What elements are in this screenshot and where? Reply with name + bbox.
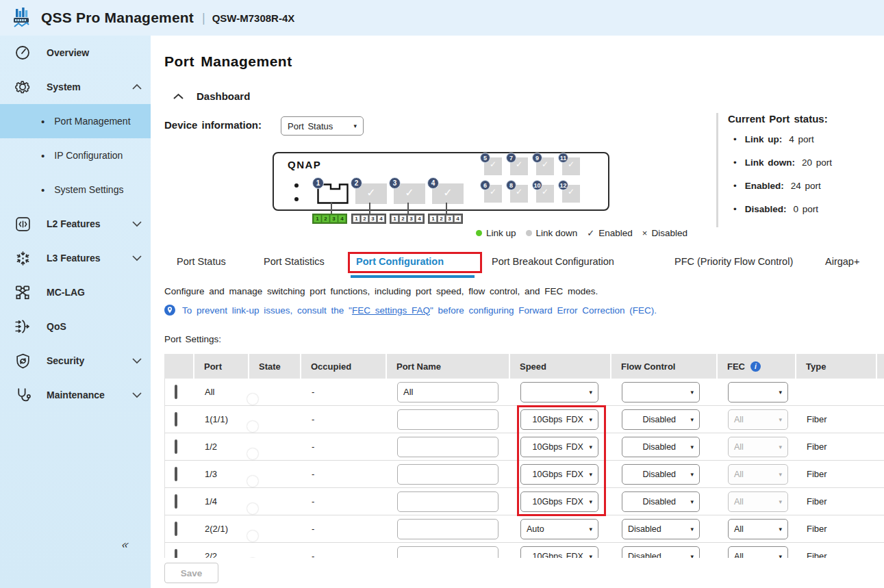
- sidebar-item-qos[interactable]: QoS: [0, 309, 151, 344]
- header-speed: Speed: [510, 354, 611, 379]
- sidebar-item-mc-lag[interactable]: MC-LAG: [0, 275, 151, 309]
- fec-select: All▾: [728, 491, 788, 512]
- gauge-icon: [14, 44, 31, 62]
- port-7[interactable]: ✓7: [510, 157, 528, 175]
- row-checkbox[interactable]: [175, 549, 177, 559]
- status-disabled: •Disabled:0 port: [733, 204, 881, 214]
- check-icon: ✓: [587, 228, 594, 238]
- fec-select[interactable]: All▾: [728, 546, 788, 559]
- port-5[interactable]: ✓5: [484, 157, 502, 175]
- flow-control-select[interactable]: Disabled▾: [622, 464, 700, 485]
- sidebar-item-maintenance[interactable]: Maintenance: [0, 378, 151, 412]
- fec-settings-faq-link[interactable]: FEC settings FAQ: [352, 305, 430, 316]
- flow-control-select[interactable]: Disabled▾: [622, 491, 700, 512]
- fec-select[interactable]: All▾: [728, 519, 788, 539]
- port-2[interactable]: ✓ 2: [355, 183, 387, 204]
- dashboard-section-toggle[interactable]: Dashboard: [173, 90, 250, 102]
- breakout-connector: [407, 203, 409, 214]
- occupied-cell: -: [302, 387, 388, 397]
- speed-select[interactable]: 10Gbps FDX▾: [520, 546, 598, 559]
- qss-logo-icon: [10, 6, 33, 29]
- enabled-check-icon: ✓: [394, 186, 425, 199]
- port-number-badge: 6: [480, 180, 490, 190]
- port-10[interactable]: ✓10: [536, 185, 554, 203]
- table-row-1-3: 1/3 - 10Gbps FDX▾ Disabled▾ All▾ Fiber: [164, 461, 884, 488]
- speed-select[interactable]: Auto▾: [520, 519, 598, 539]
- port-number-badge: 11: [558, 153, 568, 163]
- row-checkbox[interactable]: [175, 467, 177, 481]
- sidebar-item-overview[interactable]: Overview: [0, 36, 151, 70]
- speed-select[interactable]: ▾: [520, 382, 598, 402]
- chevron-up-icon: [131, 84, 142, 90]
- tab-port-status[interactable]: Port Status: [177, 256, 226, 267]
- port-cell: 2/2: [195, 551, 250, 558]
- sidebar-item-security[interactable]: Security: [0, 344, 151, 378]
- type-cell: Fiber: [797, 469, 878, 479]
- gear-icon: [14, 78, 31, 96]
- fec-info-icon[interactable]: i: [750, 361, 761, 372]
- sidebar-item-system-settings[interactable]: • System Settings: [0, 172, 151, 207]
- link-up-dot-icon: [476, 230, 482, 236]
- port-1[interactable]: 1: [317, 183, 349, 204]
- row-checkbox[interactable]: [175, 412, 177, 426]
- row-checkbox[interactable]: [175, 494, 177, 509]
- row-checkbox[interactable]: [175, 439, 177, 454]
- sidebar-item-ip-configuration[interactable]: • IP Configuration: [0, 138, 151, 172]
- flow-control-select[interactable]: Disabled▾: [622, 437, 700, 457]
- port-4[interactable]: ✓ 4: [432, 183, 464, 204]
- port-name-input[interactable]: [397, 382, 498, 402]
- row-checkbox[interactable]: [175, 522, 177, 536]
- note-text: To prevent link-up issues, consult the "…: [182, 305, 657, 316]
- tab-pfc[interactable]: PFC (Priority Flow Control): [674, 256, 793, 267]
- flow-control-select[interactable]: Disabled▾: [622, 546, 700, 559]
- speed-select[interactable]: 10Gbps FDX▾: [520, 437, 598, 457]
- port-9[interactable]: ✓9: [536, 157, 554, 175]
- status-panel-title: Current Port status:: [728, 113, 881, 125]
- main-content: Port Management Dashboard Device informa…: [151, 36, 884, 588]
- speed-select[interactable]: 10Gbps FDX▾: [520, 409, 598, 430]
- port-name-input[interactable]: [397, 437, 498, 457]
- led-dot: [294, 197, 299, 201]
- port-8[interactable]: ✓8: [510, 185, 528, 203]
- fec-select[interactable]: ▾: [728, 382, 788, 402]
- row-checkbox[interactable]: [175, 385, 177, 399]
- port-6[interactable]: ✓6: [484, 185, 502, 203]
- sidebar-item-l3-features[interactable]: L3 Features: [0, 241, 151, 275]
- app-window: QSS Pro Management | QSW-M7308R-4X Overv…: [0, 0, 884, 588]
- cross-icon: ×: [642, 228, 648, 238]
- save-button[interactable]: Save: [164, 563, 218, 583]
- flow-control-select[interactable]: ▾: [622, 382, 700, 402]
- header-occupied: Occupied: [301, 354, 387, 379]
- breakout-connector: [331, 203, 332, 214]
- sidebar-item-port-management[interactable]: • Port Management: [0, 104, 151, 138]
- port-12[interactable]: ✓12: [562, 185, 580, 203]
- port-number-badge: 4: [427, 177, 439, 189]
- active-tab-underline: [351, 275, 475, 278]
- sidebar-item-l2-features[interactable]: L2 Features: [0, 207, 151, 241]
- port-name-input[interactable]: [397, 491, 498, 512]
- shield-icon: [14, 352, 31, 370]
- tab-port-breakout-configuration[interactable]: Port Breakout Configuration: [492, 256, 614, 267]
- device-information-select[interactable]: Port Status ▾: [281, 116, 364, 136]
- occupied-cell: -: [302, 469, 388, 479]
- port-name-input[interactable]: [397, 464, 498, 485]
- port-name-input[interactable]: [397, 546, 498, 559]
- port-name-input[interactable]: [397, 409, 498, 430]
- port-3[interactable]: ✓ 3: [394, 183, 425, 204]
- port-name-input[interactable]: [397, 519, 498, 539]
- port-number-badge: 10: [532, 180, 542, 190]
- tab-airgap[interactable]: Airgap+: [825, 256, 859, 267]
- device-model: QSW-M7308R-4X: [212, 12, 295, 24]
- flow-control-select[interactable]: Disabled▾: [622, 519, 700, 539]
- speed-select[interactable]: 10Gbps FDX▾: [520, 464, 598, 485]
- tab-port-statistics[interactable]: Port Statistics: [264, 256, 325, 267]
- sidebar-item-system[interactable]: System: [0, 70, 151, 104]
- flow-control-select[interactable]: Disabled▾: [622, 409, 700, 430]
- qos-icon: [14, 318, 31, 335]
- dropdown-caret-icon: ▾: [353, 123, 357, 129]
- type-cell: Fiber: [797, 551, 878, 558]
- port-11[interactable]: ✓11: [562, 157, 580, 175]
- tab-port-configuration[interactable]: Port Configuration: [356, 256, 444, 267]
- occupied-cell: -: [302, 442, 388, 452]
- speed-select[interactable]: 10Gbps FDX▾: [520, 491, 598, 512]
